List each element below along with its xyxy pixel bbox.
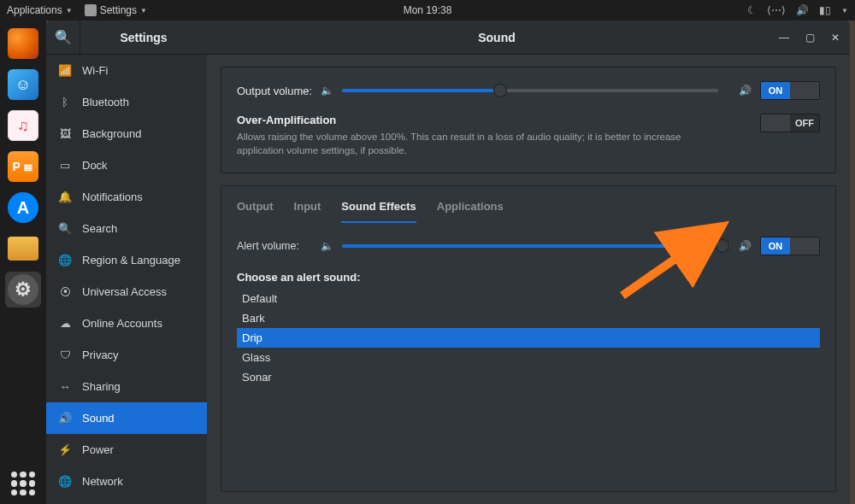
sidebar-item-label: Search <box>82 222 117 235</box>
app-icon <box>85 4 97 16</box>
minimize-button[interactable]: — <box>778 32 790 44</box>
toggle-on-label: ON <box>761 82 790 99</box>
output-volume-slider[interactable] <box>342 89 718 92</box>
alert-sound-default[interactable]: Default <box>237 289 820 308</box>
applications-menu[interactable]: Applications ▼ <box>7 4 73 16</box>
battery-icon: ▮▯ <box>819 4 831 16</box>
sidebar-item-sharing[interactable]: ↔Sharing <box>46 371 207 402</box>
sidebar-item-label: Wi-Fi <box>82 64 108 77</box>
show-applications-button[interactable] <box>11 472 35 495</box>
sidebar-item-background[interactable]: 🖼Background <box>46 118 207 149</box>
volume-low-icon: 🔈 <box>321 240 333 252</box>
night-icon: ☾ <box>747 4 757 16</box>
overamp-toggle[interactable]: OFF <box>760 114 820 132</box>
sidebar-item-privacy[interactable]: 🛡Privacy <box>46 339 207 371</box>
sidebar-icon: 🛡 <box>58 349 72 361</box>
sidebar-item-sound[interactable]: 🔊Sound <box>46 402 207 434</box>
sidebar-item-notifications[interactable]: 🔔Notifications <box>46 181 207 213</box>
status-area[interactable]: ☾ ⟨⋯⟩ 🔊 ▮▯ ▼ <box>747 4 848 16</box>
current-app-menu[interactable]: Settings ▼ <box>85 4 147 16</box>
sidebar-title: Settings <box>80 31 207 44</box>
tab-sound-effects[interactable]: Sound Effects <box>341 196 416 223</box>
sidebar-icon: 📶 <box>58 64 72 77</box>
slider-thumb[interactable] <box>716 239 729 253</box>
alert-volume-slider[interactable] <box>342 244 730 248</box>
alert-mute-toggle[interactable]: ON <box>760 237 820 255</box>
volume-low-icon: 🔈 <box>321 85 333 97</box>
content: Output volume: 🔈 🔊 ON Over-Ampl <box>207 55 850 504</box>
slider-thumb[interactable] <box>493 84 507 97</box>
sidebar-icon: 🌐 <box>58 475 72 488</box>
clock[interactable]: Mon 19:38 <box>404 4 452 16</box>
slides-icon: P ≣ <box>8 151 38 182</box>
close-button[interactable]: ✕ <box>829 32 841 44</box>
output-mute-toggle[interactable]: ON <box>760 81 820 100</box>
volume-high-icon: 🔊 <box>739 240 752 252</box>
network-icon: ⟨⋯⟩ <box>767 4 786 16</box>
sidebar-item-region-language[interactable]: 🌐Region & Language <box>46 244 207 276</box>
toggle-on-label: ON <box>761 237 790 255</box>
sidebar-item-label: Network <box>82 475 123 488</box>
sidebar-item-devices[interactable]: 🖴Devices❯ <box>46 497 207 504</box>
sidebar-icon: 🌐 <box>58 254 72 267</box>
sidebar-item-label: Sharing <box>82 380 121 393</box>
page-title: Sound <box>215 31 778 44</box>
gear-icon: ⚙ <box>8 274 38 305</box>
output-panel: Output volume: 🔈 🔊 ON Over-Ampl <box>221 67 836 173</box>
top-panel: Applications ▼ Settings ▼ Mon 19:38 ☾ ⟨⋯… <box>0 0 855 21</box>
sidebar-header: 🔍 Settings <box>46 21 207 55</box>
tab-output[interactable]: Output <box>237 196 274 223</box>
toggle-off-label: OFF <box>790 114 819 132</box>
search-button[interactable]: 🔍 <box>46 21 80 55</box>
chevron-down-icon: ▼ <box>841 7 848 15</box>
sidebar-item-bluetooth[interactable]: ᛒBluetooth <box>46 86 207 118</box>
sidebar-item-label: Online Accounts <box>82 317 162 330</box>
alert-sound-bark[interactable]: Bark <box>237 308 820 328</box>
settings-window: 🔍 Settings 📶Wi-FiᛒBluetooth🖼Background▭D… <box>46 21 850 504</box>
alert-volume-label: Alert volume: <box>237 240 312 252</box>
dock-drive[interactable] <box>5 231 41 267</box>
dock-software[interactable]: A <box>5 190 41 226</box>
sidebar-icon: 🔔 <box>58 190 72 203</box>
sidebar-icon: 🖼 <box>58 127 72 140</box>
sidebar-item-label: Universal Access <box>82 285 167 298</box>
sidebar-item-label: Background <box>82 127 141 140</box>
sidebar-icon: ⚡ <box>58 443 72 456</box>
sidebar-icon: ↔ <box>58 380 72 393</box>
sidebar-icon: ▭ <box>58 159 72 172</box>
sidebar-list: 📶Wi-FiᛒBluetooth🖼Background▭Dock🔔Notific… <box>46 55 207 504</box>
applications-label: Applications <box>7 4 62 16</box>
sidebar-item-power[interactable]: ⚡Power <box>46 434 207 466</box>
titlebar: Sound — ▢ ✕ <box>207 21 850 55</box>
sidebar-item-label: Privacy <box>82 349 119 361</box>
sidebar-item-label: Sound <box>82 412 115 425</box>
chevron-down-icon: ▼ <box>140 7 147 15</box>
dock-firefox[interactable] <box>5 26 41 62</box>
sidebar-item-wi-fi[interactable]: 📶Wi-Fi <box>46 55 207 86</box>
tab-input[interactable]: Input <box>294 196 321 223</box>
alert-sound-glass[interactable]: Glass <box>237 348 820 367</box>
sidebar-item-dock[interactable]: ▭Dock <box>46 149 207 181</box>
alert-sound-drip[interactable]: Drip <box>237 328 820 348</box>
music-icon: ♫ <box>8 110 38 141</box>
sidebar-icon: 🔊 <box>58 412 72 425</box>
dock-files[interactable]: ☺ <box>5 67 41 103</box>
alert-sound-list: DefaultBarkDripGlassSonar <box>237 289 820 387</box>
dock-settings[interactable]: ⚙ <box>5 272 41 308</box>
sidebar-item-network[interactable]: 🌐Network <box>46 466 207 497</box>
current-app-label: Settings <box>100 4 137 16</box>
sidebar-icon: ⦿ <box>58 285 72 298</box>
dock-slides[interactable]: P ≣ <box>5 149 41 185</box>
main-area: Sound — ▢ ✕ Output volume: 🔈 🔊 <box>207 21 850 504</box>
tab-applications[interactable]: Applications <box>437 196 504 223</box>
alert-sound-sonar[interactable]: Sonar <box>237 367 820 387</box>
dock-music[interactable]: ♫ <box>5 108 41 144</box>
sidebar-item-label: Region & Language <box>82 254 180 267</box>
sidebar-item-online-accounts[interactable]: ☁Online Accounts <box>46 308 207 339</box>
chevron-down-icon: ▼ <box>66 7 73 15</box>
maximize-button[interactable]: ▢ <box>804 32 816 44</box>
sidebar-icon: 🔍 <box>58 222 72 235</box>
sidebar-item-label: Dock <box>82 159 108 172</box>
sidebar-item-search[interactable]: 🔍Search <box>46 213 207 244</box>
sidebar-item-universal-access[interactable]: ⦿Universal Access <box>46 276 207 308</box>
